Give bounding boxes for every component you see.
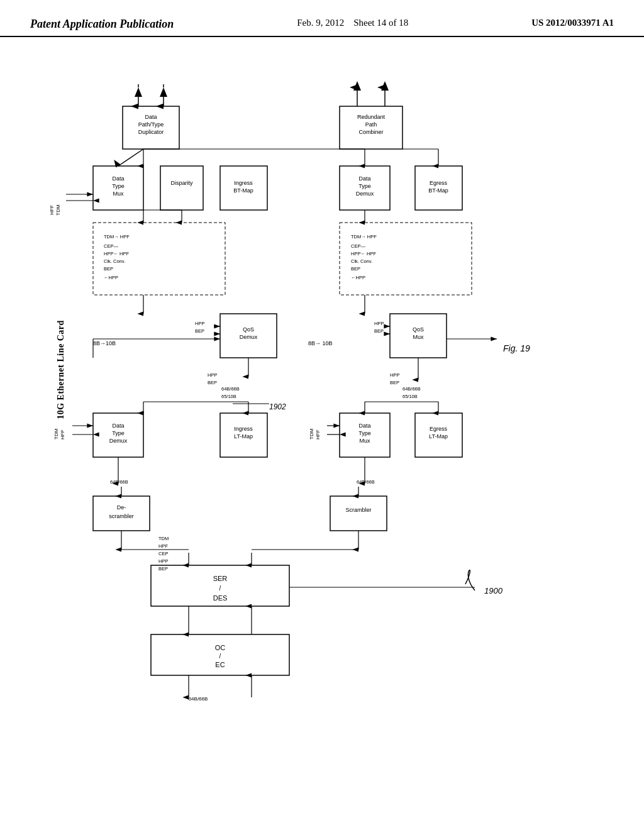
svg-text:BEP: BEP (208, 380, 217, 385)
diagram-area: Data Path/Type Duplicator Redundant Path… (0, 37, 644, 804)
svg-text:BEP: BEP (390, 380, 399, 385)
svg-text:TDM: TDM (53, 428, 59, 440)
svg-text:BEP: BEP (374, 328, 384, 334)
svg-text:HPP: HPP (195, 321, 204, 326)
svg-text:Egress: Egress (430, 426, 448, 432)
figure-label: Fig. 19 (503, 343, 530, 353)
svg-text:Demux: Demux (240, 334, 258, 340)
svg-text:BEP: BEP (104, 266, 113, 272)
svg-line-38 (118, 149, 143, 166)
svg-marker-10 (135, 87, 142, 97)
svg-text:HFF: HFF (49, 205, 55, 215)
svg-text:HPF: HPF (158, 543, 168, 549)
svg-text:BT-Map: BT-Map (233, 187, 253, 194)
svg-text:Mux: Mux (113, 191, 124, 197)
sheet-info: Sheet 14 of 18 (353, 18, 408, 28)
svg-text:HPP←  HPF: HPP← HPF (104, 251, 129, 257)
svg-text:HPP: HPP (208, 372, 217, 378)
header-center: Feb. 9, 2012 Sheet 14 of 18 (297, 18, 408, 28)
svg-text:HFF: HFF (315, 429, 321, 440)
svg-text:←HPP: ←HPP (351, 275, 365, 280)
svg-text:Ingress: Ingress (234, 426, 253, 432)
svg-text:Type: Type (112, 430, 125, 436)
svg-text:OC: OC (215, 644, 226, 651)
svg-text:Data: Data (145, 114, 157, 120)
svg-text:Type: Type (358, 430, 371, 436)
svg-text:LT-Map: LT-Map (234, 433, 253, 440)
svg-text:LT-Map: LT-Map (429, 433, 448, 440)
svg-text:De-: De- (117, 504, 126, 511)
svg-text:Scrambler: Scrambler (345, 507, 371, 513)
svg-text:8B→ 10B: 8B→ 10B (308, 340, 333, 346)
patent-number: US 2012/0033971 A1 (531, 18, 614, 28)
svg-text:Data: Data (358, 175, 370, 182)
svg-text:BEP: BEP (158, 566, 168, 572)
page-header: Patent Application Publication Feb. 9, 2… (0, 0, 644, 37)
svg-text:Type: Type (112, 183, 125, 189)
svg-text:65/10B: 65/10B (402, 394, 418, 399)
svg-text:HPP: HPP (390, 372, 399, 378)
svg-text:Ingress: Ingress (234, 180, 253, 186)
svg-text:/: / (219, 585, 221, 592)
svg-text:Type: Type (358, 183, 371, 189)
svg-text:8B→10B: 8B→10B (93, 340, 116, 346)
svg-text:Demux: Demux (356, 191, 374, 197)
svg-text:Mux: Mux (359, 438, 370, 444)
svg-text:CEP—: CEP— (104, 243, 118, 249)
svg-text:/: / (219, 653, 221, 660)
svg-text:65/10B: 65/10B (221, 394, 236, 399)
svg-marker-11 (160, 87, 167, 97)
svg-rect-139 (330, 496, 387, 531)
svg-rect-4 (123, 106, 179, 149)
svg-text:HFF: HFF (60, 429, 65, 440)
svg-text:64B/66B: 64B/66B (357, 479, 375, 485)
svg-text:SER: SER (213, 575, 228, 582)
publication-date: Feb. 9, 2012 (297, 18, 344, 28)
svg-text:Clk. Conv.: Clk. Conv. (104, 258, 125, 264)
svg-text:Egress: Egress (430, 180, 448, 186)
svg-text:Path: Path (365, 121, 377, 128)
svg-text:BEP: BEP (351, 266, 360, 272)
svg-text:TDM→ HPF: TDM→ HPF (104, 234, 130, 240)
svg-text:CEP—: CEP— (351, 243, 365, 249)
svg-text:BEP: BEP (195, 328, 204, 334)
svg-text:Redundant: Redundant (357, 114, 386, 120)
svg-text:HPP←  HPF: HPP← HPF (351, 251, 376, 257)
svg-text:Disparity: Disparity (170, 180, 193, 186)
svg-marker-21 (381, 81, 389, 91)
svg-text:HPP: HPP (374, 321, 384, 326)
svg-text:64B/66B: 64B/66B (221, 386, 240, 392)
svg-text:TDM: TDM (309, 428, 314, 440)
svg-marker-20 (353, 81, 361, 91)
publication-title: Patent Application Publication (30, 18, 174, 31)
svg-text:Data: Data (112, 175, 124, 182)
svg-text:BT-Map: BT-Map (428, 187, 448, 194)
svg-text:EC: EC (215, 661, 225, 668)
svg-text:HPP: HPP (158, 558, 168, 564)
svg-text:64B/66B: 64B/66B (402, 386, 421, 392)
svg-text:1902: 1902 (269, 402, 286, 411)
svg-text:Combiner: Combiner (358, 129, 383, 135)
svg-text:TDM→ HPF: TDM→ HPF (351, 234, 377, 240)
svg-rect-14 (340, 106, 402, 149)
svg-text:←HPP: ←HPP (104, 275, 118, 280)
svg-text:Duplicator: Duplicator (138, 129, 164, 135)
svg-rect-26 (160, 166, 203, 210)
svg-text:CEP: CEP (158, 551, 168, 556)
diagram-svg: Data Path/Type Duplicator Redundant Path… (0, 37, 644, 804)
svg-text:QoS: QoS (243, 326, 254, 333)
svg-text:Clk. Conv.: Clk. Conv. (351, 258, 372, 264)
svg-text:64B/66B: 64B/66B (110, 479, 128, 485)
svg-text:scrambler: scrambler (109, 513, 134, 519)
svg-text:DES: DES (213, 594, 228, 602)
svg-text:Mux: Mux (413, 334, 424, 340)
svg-text:Data: Data (358, 423, 370, 429)
svg-text:Path/Type: Path/Type (138, 121, 164, 128)
svg-text:Demux: Demux (109, 438, 128, 444)
svg-text:QoS: QoS (413, 326, 424, 333)
svg-text:64B/66B: 64B/66B (189, 696, 208, 702)
svg-text:TDM: TDM (158, 536, 169, 541)
svg-text:1900: 1900 (484, 586, 503, 595)
svg-text:Data: Data (112, 423, 124, 429)
svg-text:TDM: TDM (55, 204, 61, 216)
